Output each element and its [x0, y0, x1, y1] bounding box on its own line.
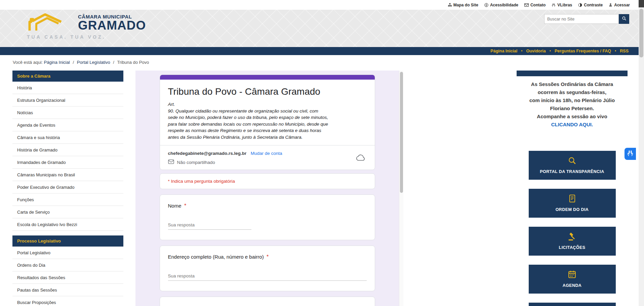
- answer-input-endereco[interactable]: [168, 273, 367, 281]
- breadcrumb-link-pagina-inicial[interactable]: Página Inicial: [44, 60, 70, 65]
- sidebar-item-agenda-de-eventos[interactable]: Agenda de Eventos: [12, 119, 123, 131]
- document-icon: [568, 194, 576, 204]
- main-navbar: Página Inicial • Ouvidoria • Perguntas F…: [0, 47, 639, 55]
- nav-link-ouvidoria[interactable]: Ouvidoria: [526, 49, 546, 53]
- search-icon: [622, 16, 627, 22]
- mail-icon: [524, 3, 529, 7]
- right-rail-header-bar: [517, 71, 628, 76]
- account-email: chefedegabinete@gramado.rs.leg.br: [168, 151, 247, 156]
- topbar-link-label: Contato: [530, 3, 546, 7]
- required-asterisk: *: [184, 203, 186, 209]
- page-scrollbar-up-button[interactable]: [639, 0, 644, 7]
- breadcrumb-separator: /: [113, 60, 114, 65]
- search-button[interactable]: [619, 14, 629, 24]
- calendar-icon: [568, 270, 576, 280]
- nav-separator: •: [521, 49, 522, 53]
- button-licitacoes[interactable]: LICITAÇÕES: [529, 227, 616, 256]
- sidebar-item-camaras-municipais-no-brasil[interactable]: Câmaras Municipais no Brasil: [12, 169, 123, 181]
- contrast-icon: [578, 3, 582, 7]
- button-agenda[interactable]: AGENDA: [529, 265, 616, 294]
- form-description-body: 90. Qualquer cidadão ou representante de…: [168, 108, 329, 141]
- sidebar-item-resultados-das-sessoes[interactable]: Resultados das Sessões: [12, 271, 123, 284]
- hands-icon: [552, 3, 556, 7]
- nav-link-pagina-inicial[interactable]: Página Inicial: [490, 49, 517, 53]
- session-info: As Sessões Ordinárias da Câmara ocorrem …: [517, 80, 628, 129]
- sidebar-item-estrutura-organizacional[interactable]: Estrutura Organizacional: [12, 94, 123, 106]
- site-header: CÂMARA MUNICIPAL GRAMADO TUA CASA. TUA V…: [0, 10, 639, 47]
- breadcrumb: Você está aqui: Página Inicial / Portal …: [13, 60, 149, 65]
- vlibras-floating-button[interactable]: [625, 148, 636, 160]
- button-label: PORTAL DA TRANSPARÊNCIA: [530, 169, 613, 174]
- shared-status-label: Não compartilhado: [177, 160, 215, 165]
- button-portal-da-transparencia[interactable]: PORTAL DA TRANSPARÊNCIA: [529, 151, 616, 180]
- sidebar-item-portal-legislativo[interactable]: Portal Legislativo: [12, 247, 123, 259]
- form-accent-bar: [160, 75, 375, 80]
- form-account-row: chefedegabinete@gramado.rs.leg.br Mudar …: [160, 145, 375, 170]
- nav-link-faq[interactable]: Perguntas Frequentes / FAQ: [555, 49, 611, 53]
- breadcrumb-current: Tribuna do Povo: [117, 60, 149, 65]
- switch-account-link[interactable]: Mudar de conta: [251, 151, 282, 156]
- required-note: * Indica uma pergunta obrigatória: [160, 174, 375, 189]
- logo-tagline: TUA CASA. TUA VOZ.: [26, 34, 146, 40]
- form-scroll-area: Tribuna do Povo - Câmara Gramado Art. 90…: [135, 75, 399, 306]
- not-shared-icon: [168, 160, 174, 165]
- logo-line2: GRAMADO: [78, 19, 146, 32]
- vlibras-hands-icon: [627, 150, 634, 158]
- topbar-link-label: Acessar: [614, 3, 630, 7]
- sidebar-section-sobre-a-camara[interactable]: Sobre a Câmara: [12, 71, 123, 82]
- button-partial[interactable]: [529, 303, 616, 306]
- topbar-link-contato[interactable]: Contato: [524, 3, 546, 7]
- form-scrollbar-track: [399, 71, 403, 306]
- topbar-link-label: VLibras: [557, 3, 572, 7]
- nav-link-rss[interactable]: RSS: [620, 49, 629, 53]
- form-required-note-card: * Indica uma pergunta obrigatória: [160, 173, 375, 189]
- user-icon: [609, 3, 612, 7]
- session-info-line: ocorrem às segundas-feiras,: [517, 88, 628, 96]
- watch-live-link[interactable]: CLICANDO AQUI.: [517, 121, 628, 129]
- topbar-link-acessar[interactable]: Acessar: [609, 3, 630, 7]
- search-input[interactable]: [544, 14, 619, 24]
- button-label: LICITAÇÕES: [550, 245, 595, 250]
- right-rail-buttons: PORTAL DA TRANSPARÊNCIA ORDEM DO DIA LIC…: [517, 151, 628, 306]
- button-ordem-do-dia[interactable]: ORDEM DO DIA: [529, 189, 616, 218]
- session-info-line: com início às 18h, no Plenário Júlio: [517, 96, 628, 104]
- nav-separator: •: [615, 49, 616, 53]
- gavel-icon: [568, 232, 576, 242]
- sidebar-item-poder-executivo-de-gramado[interactable]: Poder Executivo de Gramado: [12, 181, 123, 193]
- page-scrollbar-thumb[interactable]: [639, 9, 643, 57]
- site-logo[interactable]: CÂMARA MUNICIPAL GRAMADO TUA CASA. TUA V…: [26, 12, 146, 40]
- top-utility-bar: Mapa do Site Acessibilidade Contato VLib…: [0, 0, 639, 10]
- sidebar-item-escola-do-legislativo[interactable]: Escola do Legislativo Ivo Bezzi: [12, 218, 123, 231]
- breadcrumb-link-portal-legislativo[interactable]: Portal Legislativo: [77, 60, 110, 65]
- left-sidebar: Sobre a Câmara História Estrutura Organi…: [12, 71, 123, 306]
- sidebar-item-camara-e-sua-historia[interactable]: Câmara e sua história: [12, 131, 123, 144]
- topbar-link-acessibilidade[interactable]: Acessibilidade: [484, 3, 518, 7]
- sidebar-section-processo-legislativo[interactable]: Processo Legislativo: [12, 235, 123, 247]
- required-asterisk: *: [267, 254, 269, 260]
- cloud-saved-icon: [356, 155, 367, 161]
- answer-input-nome[interactable]: [168, 222, 251, 230]
- topbar-link-vlibras[interactable]: VLibras: [552, 3, 572, 7]
- topbar-link-contraste[interactable]: Contraste: [578, 3, 603, 7]
- sidebar-item-historia-de-gramado[interactable]: História de Gramado: [12, 144, 123, 156]
- question-label: Endereço completo (Rua, número e bairro): [168, 254, 264, 260]
- accessibility-icon: [484, 3, 488, 7]
- sidebar-item-carta-de-servico[interactable]: Carta de Serviço: [12, 206, 123, 218]
- magnifier-icon: [568, 156, 576, 166]
- sidebar-item-buscar-proposicoes[interactable]: Buscar Proposições: [12, 296, 123, 306]
- sidebar-gap: [12, 231, 123, 235]
- sidebar-item-funcoes[interactable]: Funções: [12, 193, 123, 206]
- button-label: ORDEM DO DIA: [546, 207, 598, 212]
- question-card-partial: [160, 297, 375, 306]
- sidebar-item-pautas-das-sessoes[interactable]: Pautas das Sessões: [12, 284, 123, 296]
- sidebar-item-ordens-do-dia[interactable]: Ordens do Dia: [12, 259, 123, 271]
- topbar-link-mapa-do-site[interactable]: Mapa do Site: [448, 3, 478, 7]
- sidebar-item-irmandades-de-gramado[interactable]: Irmandades de Gramado: [12, 156, 123, 169]
- session-info-line: As Sessões Ordinárias da Câmara: [517, 80, 628, 88]
- sidebar-item-noticias[interactable]: Notícias: [12, 106, 123, 119]
- page: Mapa do Site Acessibilidade Contato VLib…: [0, 0, 644, 306]
- sidebar-item-historia[interactable]: História: [12, 82, 123, 94]
- topbar-link-label: Acessibilidade: [490, 3, 518, 7]
- form-scrollbar-thumb[interactable]: [400, 72, 403, 193]
- button-label: AGENDA: [553, 283, 591, 288]
